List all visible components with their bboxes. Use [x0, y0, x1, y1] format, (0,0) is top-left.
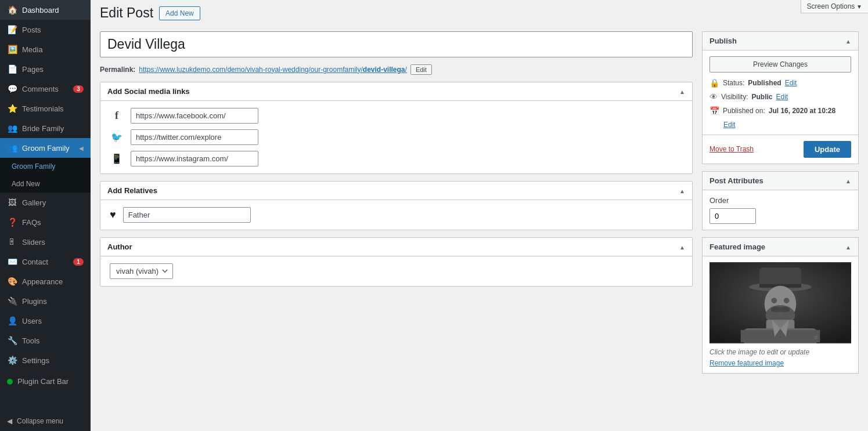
media-icon: 🖼️ — [7, 44, 17, 55]
pages-icon: 📄 — [7, 64, 17, 74]
screen-options-button[interactable]: Screen Options — [801, 0, 868, 13]
sidebar-item-groom-family[interactable]: 👥 Groom Family ◀ — [0, 138, 91, 158]
author-select[interactable]: vivah (vivah) — [110, 263, 173, 279]
published-edit-link[interactable]: Edit — [723, 121, 736, 129]
status-edit-link[interactable]: Edit — [785, 79, 797, 87]
sidebar-item-label: Posts — [22, 26, 84, 34]
sidebar-item-tools[interactable]: 🔧 Tools — [0, 331, 91, 350]
relatives-title: Add Relatives — [107, 186, 157, 195]
svg-rect-13 — [741, 330, 820, 342]
page-title: Edit Post — [100, 5, 153, 22]
author-body: vivah (vivah) — [100, 256, 692, 286]
sidebar-item-sliders[interactable]: 🎚 Sliders — [0, 232, 91, 252]
collapse-menu-button[interactable]: ◀ Collapse menu — [0, 411, 91, 431]
author-metabox-header[interactable]: Author — [100, 238, 692, 256]
featured-image-title: Featured image — [709, 242, 765, 251]
published-value: Jul 16, 2020 at 10:28 — [769, 107, 835, 115]
collapse-icon: ◀ — [7, 417, 12, 425]
visibility-edit-link[interactable]: Edit — [776, 93, 788, 101]
sidebar-item-media[interactable]: 🖼️ Media — [0, 39, 91, 59]
twitter-input[interactable] — [131, 129, 258, 145]
sidebar-item-bride-family[interactable]: 👥 Bride Family — [0, 118, 91, 138]
status-value: Published — [748, 79, 781, 87]
sidebar-item-testimonials[interactable]: ⭐ Testimonials — [0, 99, 91, 118]
social-media-title: Add Social media links — [107, 87, 190, 96]
sidebar-item-label: Contact — [22, 258, 69, 266]
posts-icon: 📝 — [7, 24, 17, 35]
dashboard-icon: 🏠 — [7, 5, 17, 15]
publish-toggle-icon — [845, 37, 851, 45]
sidebar-item-pages[interactable]: 📄 Pages — [0, 59, 91, 79]
social-media-metabox: Add Social media links f 🐦 — [100, 82, 693, 174]
tools-icon: 🔧 — [7, 335, 17, 346]
social-media-toggle-icon — [679, 87, 685, 96]
sidebar-item-dashboard[interactable]: 🏠 Dashboard — [0, 0, 91, 20]
sidebar-item-plugin-cart[interactable]: Plugin Cart Bar — [0, 372, 91, 390]
users-icon: 👤 — [7, 316, 17, 326]
add-new-button[interactable]: Add New — [159, 6, 200, 20]
facebook-icon: f — [110, 110, 124, 122]
social-media-metabox-header[interactable]: Add Social media links — [100, 82, 692, 101]
published-label: Published on: — [723, 107, 765, 115]
featured-image[interactable]: © — [709, 262, 851, 343]
update-button[interactable]: Update — [804, 141, 851, 158]
author-metabox: Author vivah (vivah) — [100, 237, 693, 287]
testimonials-icon: ⭐ — [7, 103, 17, 114]
move-to-trash-link[interactable]: Move to Trash — [709, 145, 754, 153]
visibility-label: Visibility: — [721, 93, 748, 101]
sidebar-item-contact[interactable]: ✉️ Contact 1 — [0, 252, 91, 271]
instagram-input[interactable] — [131, 151, 258, 166]
relatives-body: ♥ — [100, 200, 692, 230]
sidebar-item-plugins[interactable]: 🔌 Plugins — [0, 291, 91, 311]
collapse-label: Collapse menu — [17, 417, 63, 425]
sidebar-item-label: Gallery — [22, 198, 84, 207]
bride-family-icon: 👥 — [7, 123, 17, 133]
post-attributes-box: Post Attributes Order — [702, 171, 859, 230]
relative-row: ♥ — [110, 207, 683, 223]
sidebar-item-comments[interactable]: 💬 Comments 3 — [0, 79, 91, 99]
twitter-icon: 🐦 — [110, 132, 124, 143]
preview-changes-button[interactable]: Preview Changes — [709, 56, 851, 73]
sidebar-item-posts[interactable]: 📝 Posts — [0, 20, 91, 39]
plugins-icon: 🔌 — [7, 296, 17, 306]
sidebar-submenu-item-groom-family[interactable]: Groom Family — [0, 158, 91, 175]
sidebar-item-faqs[interactable]: ❓ FAQs — [0, 212, 91, 232]
comments-badge: 3 — [73, 85, 84, 93]
calendar-icon: 📅 — [709, 106, 719, 115]
instagram-icon: 📱 — [110, 153, 124, 164]
sidebar: 🏠 Dashboard 📝 Posts 🖼️ Media 📄 Pages 💬 C… — [0, 0, 91, 431]
sidebar-item-label: Plugins — [22, 297, 84, 306]
remove-featured-image-link[interactable]: Remove featured image — [709, 359, 784, 367]
sidebar-item-label: Users — [22, 317, 84, 325]
sidebar-item-gallery[interactable]: 🖼 Gallery — [0, 193, 91, 212]
featured-image-toggle-icon — [845, 242, 851, 251]
relative-input[interactable] — [123, 207, 251, 223]
sidebar-item-label: Appearance — [22, 277, 84, 286]
sidebar-item-label: Tools — [22, 336, 84, 345]
publish-body: Preview Changes 🔒 Status: Published Edit… — [703, 50, 858, 135]
page-header: Edit Post Add New — [91, 0, 868, 22]
permalink-url[interactable]: https://www.luzukdemo.com/demo/vivah-roy… — [139, 66, 407, 74]
groom-family-icon: 👥 — [7, 143, 17, 153]
sidebar-item-appearance[interactable]: 🎨 Appearance — [0, 271, 91, 291]
groom-family-submenu: Groom Family Add New — [0, 158, 91, 193]
order-input[interactable] — [709, 208, 756, 224]
sidebar-item-settings[interactable]: ⚙️ Settings — [0, 350, 91, 370]
sidebar-item-label: Comments — [22, 85, 69, 93]
order-label-wrapper: Order — [709, 196, 851, 205]
social-instagram-row: 📱 — [110, 151, 683, 166]
svg-point-7 — [784, 298, 790, 303]
relatives-metabox-header[interactable]: Add Relatives — [100, 182, 692, 200]
social-twitter-row: 🐦 — [110, 129, 683, 145]
svg-text:©: © — [815, 335, 818, 341]
content-area: Permalink: https://www.luzukdemo.com/dem… — [91, 22, 868, 431]
permalink-base: https://www.luzukdemo.com/demo/vivah-roy… — [139, 66, 362, 74]
post-title-input[interactable] — [100, 31, 693, 57]
main-content: Screen Options Edit Post Add New Permali… — [91, 0, 868, 431]
permalink-edit-button[interactable]: Edit — [410, 64, 432, 75]
sidebar-item-label: Testimonials — [22, 104, 84, 113]
facebook-input[interactable] — [131, 108, 258, 124]
sidebar-item-users[interactable]: 👤 Users — [0, 311, 91, 331]
publish-header: Publish — [703, 32, 858, 50]
sidebar-submenu-item-add-new[interactable]: Add New — [0, 175, 91, 193]
